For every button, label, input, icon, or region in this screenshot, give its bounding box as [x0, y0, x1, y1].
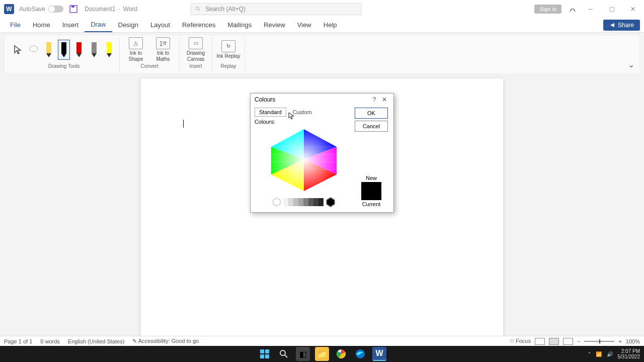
svg-point-4 — [30, 46, 38, 52]
highlighter-tool[interactable] — [103, 40, 115, 60]
select-tool[interactable] — [13, 44, 25, 56]
dialog-help-button[interactable]: ? — [369, 96, 379, 103]
search-input[interactable]: Search (Alt+Q) — [191, 3, 362, 15]
svg-marker-12 — [271, 129, 337, 191]
save-icon[interactable] — [69, 5, 77, 13]
ribbon-collapse-button[interactable]: ⌄ — [628, 60, 634, 69]
tab-help[interactable]: Help — [317, 18, 343, 32]
pencil-tool[interactable] — [88, 40, 100, 60]
group-label-insert: Insert — [189, 63, 202, 69]
gray-swatch[interactable] — [308, 198, 313, 206]
sign-in-button[interactable]: Sign in — [534, 5, 561, 14]
ink-replay-button[interactable]: ↻Ink Replay — [216, 40, 240, 59]
svg-line-25 — [285, 355, 287, 357]
group-replay: ↻Ink Replay Replay — [212, 37, 245, 71]
svg-rect-23 — [265, 354, 269, 358]
group-drawing-tools: Drawing Tools — [9, 37, 120, 71]
gray-swatch[interactable] — [288, 198, 293, 206]
gray-swatch[interactable] — [293, 198, 298, 206]
group-insert: ▭Drawing Canvas Insert — [180, 37, 212, 71]
pen-red[interactable] — [73, 40, 85, 60]
start-button[interactable] — [258, 347, 272, 361]
taskbar-explorer[interactable]: 📁 — [315, 347, 329, 361]
taskbar-chrome[interactable] — [334, 347, 348, 361]
ribbon-content: Drawing Tools △Ink to Shape ∑πInk to Mat… — [4, 35, 640, 74]
svg-point-2 — [196, 7, 199, 10]
tray-volume-icon[interactable]: 🔊 — [607, 351, 613, 357]
tab-custom[interactable]: Custom — [288, 108, 316, 117]
view-read-mode[interactable] — [535, 338, 545, 345]
close-button[interactable]: ✕ — [626, 4, 640, 14]
autosave-toggle[interactable] — [48, 6, 63, 13]
view-web-layout[interactable] — [563, 338, 573, 345]
tab-insert[interactable]: Insert — [56, 18, 85, 32]
tab-home[interactable]: Home — [27, 18, 56, 32]
colour-preview-swatch — [361, 182, 381, 200]
gray-swatch[interactable] — [298, 198, 303, 206]
white-hex[interactable] — [272, 198, 281, 207]
language-indicator[interactable]: English (United States) — [68, 338, 125, 344]
taskbar-search[interactable] — [277, 347, 291, 361]
gray-swatch[interactable] — [313, 198, 318, 206]
tab-references[interactable]: References — [176, 18, 221, 32]
gray-swatch[interactable] — [283, 198, 288, 206]
drawing-canvas-button[interactable]: ▭Drawing Canvas — [184, 37, 208, 62]
cancel-button[interactable]: Cancel — [355, 121, 388, 132]
dialog-close-button[interactable]: ✕ — [379, 96, 389, 103]
zoom-out[interactable]: − — [577, 338, 580, 344]
zoom-slider[interactable] — [584, 341, 614, 342]
gray-swatch[interactable] — [303, 198, 308, 206]
ok-button[interactable]: OK — [355, 108, 388, 119]
tab-draw[interactable]: Draw — [85, 18, 112, 32]
tab-file[interactable]: File — [4, 18, 27, 32]
windows-taskbar: ◧ 📁 W ˄ 📶 🔊 2:07 PM 5/31/2022 — [0, 346, 644, 362]
taskbar-word[interactable]: W — [372, 347, 386, 361]
tab-design[interactable]: Design — [112, 18, 144, 32]
tray-wifi-icon[interactable]: 📶 — [596, 351, 602, 357]
new-label: New — [366, 175, 377, 181]
search-placeholder: Search (Alt+Q) — [205, 6, 246, 13]
maximize-button[interactable]: ▢ — [605, 4, 619, 14]
pen-black[interactable] — [58, 40, 70, 60]
eraser-tool[interactable] — [43, 40, 55, 60]
svg-marker-18 — [327, 198, 335, 207]
ribbon-tabs: File Home Insert Draw Design Layout Refe… — [0, 18, 644, 33]
share-button[interactable]: Share — [603, 20, 640, 31]
svg-point-24 — [280, 350, 285, 355]
word-app-icon: W — [4, 4, 14, 14]
tab-view[interactable]: View — [291, 18, 317, 32]
lasso-tool[interactable] — [28, 44, 40, 56]
zoom-level[interactable]: 100% — [626, 338, 640, 344]
ink-to-maths-button[interactable]: ∑πInk to Maths — [151, 37, 175, 62]
black-hex-selected[interactable] — [326, 197, 336, 207]
gray-swatch[interactable] — [318, 198, 324, 206]
dialog-titlebar[interactable]: Colours ? ✕ — [251, 94, 393, 106]
coming-soon-icon[interactable] — [569, 5, 577, 13]
taskbar-edge[interactable] — [353, 347, 367, 361]
svg-rect-22 — [260, 354, 264, 358]
focus-mode[interactable]: ⁝⁝ Focus — [510, 338, 531, 344]
ink-to-shape-button[interactable]: △Ink to Shape — [124, 37, 148, 62]
tab-standard[interactable]: Standard — [255, 108, 286, 117]
accessibility-status[interactable]: ✎ Accessibility: Good to go — [132, 338, 199, 344]
word-count[interactable]: 0 words — [40, 338, 60, 344]
zoom-in[interactable]: + — [618, 338, 621, 344]
minimize-button[interactable]: ─ — [584, 4, 598, 14]
tray-chevron-icon[interactable]: ˄ — [588, 351, 591, 357]
colours-dialog: Colours ? ✕ Standard Custom Colours: — [250, 93, 394, 213]
taskbar-taskview[interactable]: ◧ — [296, 347, 310, 361]
tab-review[interactable]: Review — [258, 18, 291, 32]
group-convert: △Ink to Shape ∑πInk to Maths Convert — [120, 37, 180, 71]
tab-mailings[interactable]: Mailings — [222, 18, 258, 32]
tab-layout[interactable]: Layout — [144, 18, 176, 32]
taskbar-clock[interactable]: 2:07 PM 5/31/2022 — [618, 348, 640, 359]
page-indicator[interactable]: Page 1 of 1 — [4, 338, 32, 344]
share-icon — [609, 22, 615, 28]
text-cursor — [183, 120, 184, 128]
share-label: Share — [618, 22, 634, 29]
search-icon — [195, 6, 201, 12]
colour-hexagon-picker[interactable] — [264, 127, 344, 192]
grayscale-row — [255, 197, 353, 207]
grayscale-strip[interactable] — [283, 198, 324, 206]
view-print-layout[interactable] — [549, 338, 559, 345]
